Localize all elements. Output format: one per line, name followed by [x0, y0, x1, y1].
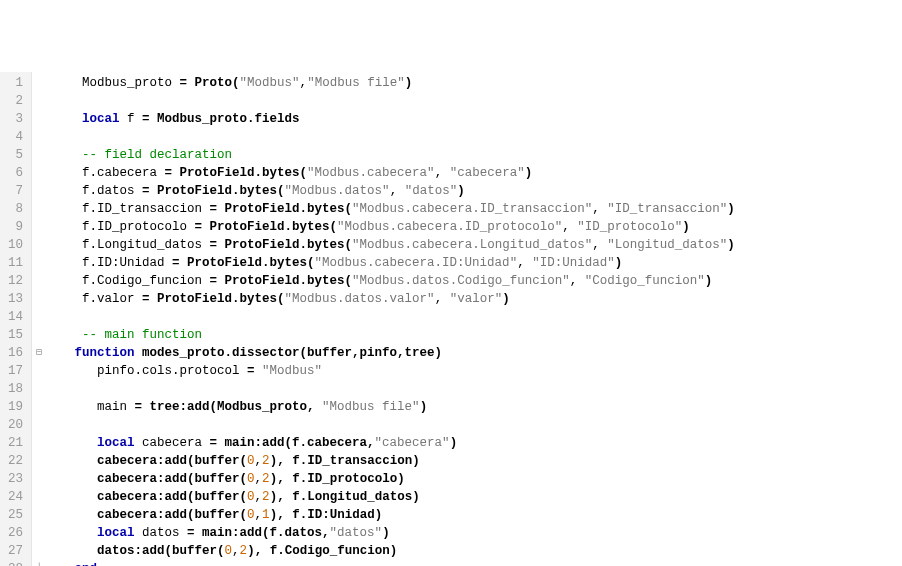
code-token: "Modbus.cabecera.ID_transaccion"	[352, 202, 592, 216]
fold-mark[interactable]	[32, 452, 46, 470]
fold-mark[interactable]	[32, 542, 46, 560]
fold-mark[interactable]	[32, 434, 46, 452]
fold-mark[interactable]	[32, 164, 46, 182]
fold-mark[interactable]	[32, 146, 46, 164]
line-number: 17	[0, 362, 23, 380]
line-number: 18	[0, 380, 23, 398]
code-line[interactable]: local f = Modbus_proto.fields	[52, 110, 902, 128]
line-number: 25	[0, 506, 23, 524]
fold-mark[interactable]: ⊟	[32, 344, 46, 362]
code-token: 2	[262, 454, 270, 468]
fold-mark[interactable]	[32, 74, 46, 92]
fold-mark[interactable]	[32, 326, 46, 344]
code-line[interactable]: f.datos = ProtoField.bytes("Modbus.datos…	[52, 182, 902, 200]
fold-mark[interactable]	[32, 200, 46, 218]
fold-mark[interactable]	[32, 254, 46, 272]
code-token: 0	[247, 472, 255, 486]
fold-mark[interactable]	[32, 236, 46, 254]
fold-mark[interactable]	[32, 416, 46, 434]
fold-mark[interactable]	[32, 380, 46, 398]
fold-mark[interactable]	[32, 470, 46, 488]
code-token: modes_proto.dissector	[135, 346, 300, 360]
code-token: cabecera:add	[97, 508, 187, 522]
code-line[interactable]: -- field declaration	[52, 146, 902, 164]
fold-mark[interactable]: └	[32, 560, 46, 566]
code-token	[52, 166, 82, 180]
code-token: (	[240, 472, 248, 486]
fold-mark[interactable]	[32, 92, 46, 110]
fold-mark[interactable]	[32, 506, 46, 524]
line-number: 11	[0, 254, 23, 272]
code-token: )	[270, 508, 278, 522]
code-line[interactable]: f.Longitud_datos = ProtoField.bytes("Mod…	[52, 236, 902, 254]
code-line[interactable]	[52, 128, 902, 146]
code-token: "ID:Unidad"	[532, 256, 615, 270]
code-token: )	[615, 256, 623, 270]
code-token: (	[277, 184, 285, 198]
code-area[interactable]: Modbus_proto = Proto("Modbus","Modbus fi…	[46, 72, 902, 566]
fold-mark[interactable]	[32, 182, 46, 200]
code-token: (	[277, 292, 285, 306]
code-token	[52, 274, 82, 288]
line-number: 27	[0, 542, 23, 560]
code-line[interactable]: f.ID_protocolo = ProtoField.bytes("Modbu…	[52, 218, 902, 236]
code-line[interactable]: function modes_proto.dissector(buffer,pi…	[52, 344, 902, 362]
code-line[interactable]	[52, 380, 902, 398]
code-token	[52, 454, 97, 468]
code-line[interactable]: local cabecera = main:add(f.cabecera,"ca…	[52, 434, 902, 452]
fold-mark[interactable]	[32, 290, 46, 308]
code-line[interactable]: cabecera:add(buffer(0,2), f.ID_transacci…	[52, 452, 902, 470]
code-token: f.Longitud_datos	[82, 238, 210, 252]
fold-column[interactable]: ⊟└	[32, 72, 46, 566]
code-line[interactable]: -- main function	[52, 326, 902, 344]
code-line[interactable]: f.cabecera = ProtoField.bytes("Modbus.ca…	[52, 164, 902, 182]
code-line[interactable]	[52, 92, 902, 110]
fold-mark[interactable]	[32, 110, 46, 128]
code-token: (	[240, 454, 248, 468]
code-token: =	[165, 166, 180, 180]
code-token	[52, 220, 82, 234]
code-token: ProtoField.bytes	[225, 274, 345, 288]
code-token: =	[195, 220, 210, 234]
code-token	[52, 472, 97, 486]
code-line[interactable]: f.ID:Unidad = ProtoField.bytes("Modbus.c…	[52, 254, 902, 272]
fold-mark[interactable]	[32, 272, 46, 290]
fold-mark[interactable]	[32, 128, 46, 146]
fold-mark[interactable]	[32, 488, 46, 506]
code-token: buffer	[195, 490, 240, 504]
code-token: 2	[240, 544, 248, 558]
code-token: )	[405, 76, 413, 90]
fold-mark[interactable]	[32, 308, 46, 326]
code-line[interactable]: f.Codigo_funcion = ProtoField.bytes("Mod…	[52, 272, 902, 290]
code-token: (	[187, 508, 195, 522]
code-token: -- field declaration	[82, 148, 232, 162]
fold-mark[interactable]	[32, 218, 46, 236]
code-line[interactable]: cabecera:add(buffer(0,1), f.ID:Unidad)	[52, 506, 902, 524]
fold-mark[interactable]	[32, 524, 46, 542]
code-line[interactable]: main = tree:add(Modbus_proto, "Modbus fi…	[52, 398, 902, 416]
code-token: f.valor	[82, 292, 142, 306]
code-line[interactable]: cabecera:add(buffer(0,2), f.Longitud_dat…	[52, 488, 902, 506]
code-line[interactable]: pinfo.cols.protocol = "Modbus"	[52, 362, 902, 380]
code-line[interactable]	[52, 416, 902, 434]
code-editor[interactable]: 1234567891011121314151617181920212223242…	[0, 72, 902, 566]
code-line[interactable]	[52, 308, 902, 326]
code-line[interactable]: Modbus_proto = Proto("Modbus","Modbus fi…	[52, 74, 902, 92]
code-token: (	[240, 490, 248, 504]
code-line[interactable]: local datos = main:add(f.datos,"datos")	[52, 524, 902, 542]
code-line[interactable]: f.valor = ProtoField.bytes("Modbus.datos…	[52, 290, 902, 308]
code-token: buffer	[195, 472, 240, 486]
code-line[interactable]: cabecera:add(buffer(0,2), f.ID_protocolo…	[52, 470, 902, 488]
fold-mark[interactable]	[32, 362, 46, 380]
code-token	[52, 436, 97, 450]
fold-mark[interactable]	[32, 398, 46, 416]
code-token: "Modbus.datos.valor"	[285, 292, 435, 306]
line-number: 1	[0, 74, 23, 92]
code-token: =	[135, 400, 150, 414]
code-line[interactable]: end	[52, 560, 902, 566]
code-line[interactable]: datos:add(buffer(0,2), f.Codigo_funcion)	[52, 542, 902, 560]
line-number: 7	[0, 182, 23, 200]
code-token	[52, 202, 82, 216]
line-number: 5	[0, 146, 23, 164]
code-line[interactable]: f.ID_transaccion = ProtoField.bytes("Mod…	[52, 200, 902, 218]
